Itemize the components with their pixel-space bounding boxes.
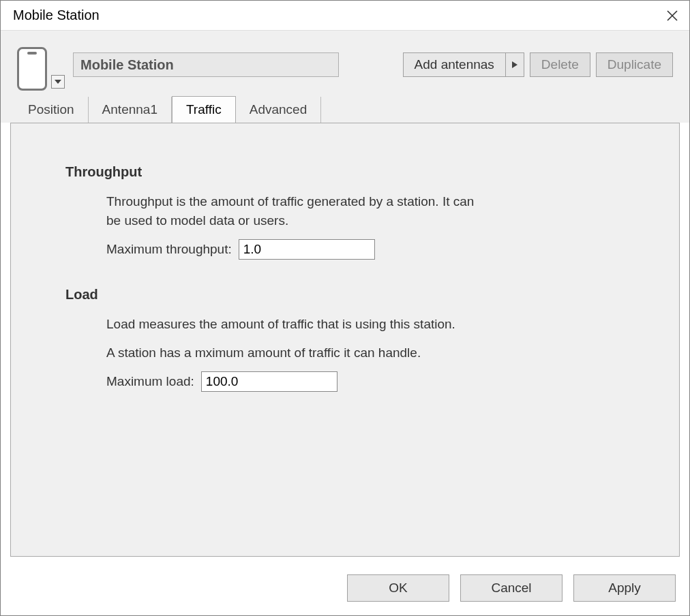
load-heading: Load xyxy=(65,287,625,303)
station-name-input[interactable] xyxy=(73,52,339,77)
dialog-window: Mobile Station Add antennas Delete Dupli… xyxy=(0,0,690,616)
max-load-label: Maximum load: xyxy=(106,372,194,391)
titlebar: Mobile Station xyxy=(1,1,689,31)
load-section: Load measures the amount of traffic that… xyxy=(106,315,625,392)
load-description-1: Load measures the amount of traffic that… xyxy=(106,315,488,334)
throughput-section: Throughput is the amount of traffic gene… xyxy=(106,192,625,260)
tab-position[interactable]: Position xyxy=(14,97,89,123)
traffic-panel: Throughput Throughput is the amount of t… xyxy=(10,123,680,557)
add-antennas-button[interactable]: Add antennas xyxy=(403,52,505,77)
window-title: Mobile Station xyxy=(13,7,100,23)
throughput-heading: Throughput xyxy=(65,164,625,180)
add-antennas-dropdown[interactable] xyxy=(505,52,524,77)
cancel-button[interactable]: Cancel xyxy=(460,574,562,602)
delete-button[interactable]: Delete xyxy=(530,52,590,77)
tab-strip: Position Antenna1 Traffic Advanced xyxy=(1,96,689,123)
ok-button[interactable]: OK xyxy=(347,574,449,602)
max-throughput-row: Maximum throughput: xyxy=(106,239,625,260)
icon-dropdown[interactable] xyxy=(51,75,65,89)
tab-advanced[interactable]: Advanced xyxy=(236,97,322,123)
max-load-input[interactable] xyxy=(201,371,338,392)
apply-button[interactable]: Apply xyxy=(573,574,676,602)
duplicate-button[interactable]: Duplicate xyxy=(596,52,673,77)
throughput-description: Throughput is the amount of traffic gene… xyxy=(106,192,488,230)
max-throughput-label: Maximum throughput: xyxy=(106,240,232,259)
max-throughput-input[interactable] xyxy=(239,239,375,260)
header-buttons: Add antennas Delete Duplicate xyxy=(403,52,673,77)
dialog-footer: OK Cancel Apply xyxy=(1,565,689,615)
add-antennas-split-button: Add antennas xyxy=(403,52,524,77)
tab-traffic[interactable]: Traffic xyxy=(172,96,236,123)
max-load-row: Maximum load: xyxy=(106,371,625,392)
load-description-2: A station has a mximum amount of traffic… xyxy=(106,343,584,363)
header-area: Add antennas Delete Duplicate xyxy=(1,31,689,96)
phone-icon xyxy=(17,47,47,91)
tab-antenna1[interactable]: Antenna1 xyxy=(89,97,172,123)
close-icon[interactable] xyxy=(666,10,678,22)
